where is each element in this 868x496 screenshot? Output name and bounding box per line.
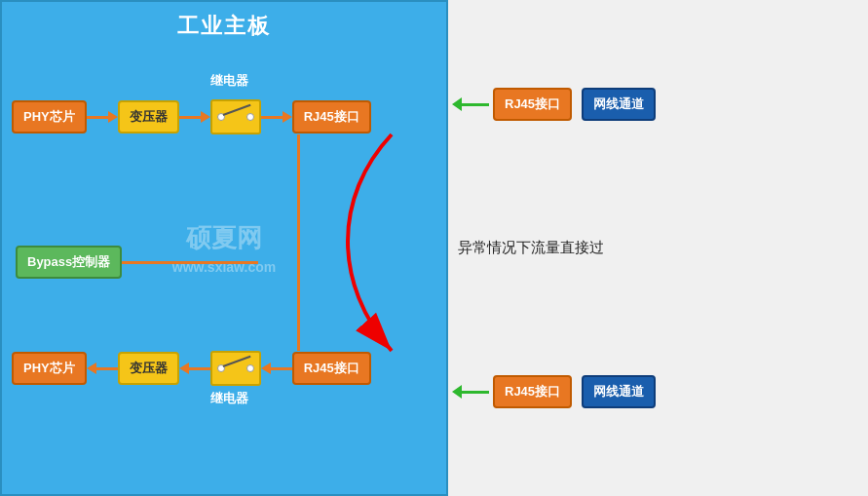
top-phy-chip: PHY芯片 (12, 100, 87, 134)
top-row: PHY芯片 变压器 继电器 RJ45接口 (12, 99, 371, 134)
top-transformer: 变压器 (118, 100, 179, 134)
bottom-rj45-inner: RJ45接口 (292, 352, 371, 385)
wire-transformer-relay-bot (189, 367, 210, 370)
arrow-right-top2 (201, 111, 210, 123)
bypass-curve-path (348, 134, 392, 351)
top-relay-label: 继电器 (210, 72, 248, 90)
arrow-left-bot2 (179, 362, 189, 374)
bottom-transformer: 变压器 (118, 352, 179, 385)
arrow-left-bot3 (261, 362, 271, 374)
industrial-board: 工业主板 硕夏网 www.sxiaw.com PHY芯片 变压器 继电器 (0, 0, 448, 496)
top-rj45-inner: RJ45接口 (292, 100, 371, 134)
wire-phy-transformer-bot (96, 367, 118, 370)
top-relay-container: 继电器 (210, 99, 261, 134)
relay-dot-right-bot (246, 364, 254, 372)
green-arrow-bottom (452, 385, 489, 399)
wire-phy-transformer-top (87, 116, 108, 119)
right-cable-bottom: 网线通道 (582, 375, 656, 408)
main-container: 工业主板 硕夏网 www.sxiaw.com PHY芯片 变压器 继电器 (0, 0, 868, 496)
right-cable-top: 网线通道 (582, 88, 656, 121)
arrow-left-bot1 (87, 362, 96, 374)
annotation-text: 异常情况下流量直接过 (458, 239, 604, 255)
arrow-right-top1 (108, 111, 118, 123)
green-arrowhead-bottom (452, 385, 462, 399)
bottom-relay-container: 继电器 (210, 351, 261, 386)
annotation-area: 异常情况下流量直接过 (448, 239, 868, 257)
right-bottom-row: RJ45接口 网线通道 (448, 375, 868, 408)
bottom-phy-chip: PHY芯片 (12, 352, 87, 385)
right-rj45-outer-bottom: RJ45接口 (493, 375, 572, 408)
green-arrowline-bottom (462, 391, 489, 394)
green-arrow-top (452, 97, 489, 111)
wire-transformer-relay-top (179, 116, 201, 119)
bypass-row: Bypass控制器 (16, 246, 258, 279)
vertical-wire-center (297, 134, 300, 351)
green-arrowline-top (462, 103, 489, 106)
wire-relay-rj45-top (261, 116, 283, 119)
wire-bypass-center (122, 261, 258, 264)
green-arrowhead-top (452, 97, 462, 111)
arrow-right-top3 (283, 111, 292, 123)
top-relay (210, 99, 261, 134)
bottom-relay (210, 351, 261, 386)
wire-relay-rj45-bot (271, 367, 292, 370)
relay-dot-right-top (246, 113, 254, 121)
board-title: 工业主板 (2, 2, 446, 41)
right-top-row: RJ45接口 网线通道 (448, 88, 868, 121)
bypass-controller: Bypass控制器 (16, 246, 122, 279)
bottom-relay-label: 继电器 (210, 390, 248, 407)
bottom-row: PHY芯片 变压器 继电器 RJ45接口 (12, 351, 371, 386)
right-rj45-outer-top: RJ45接口 (493, 88, 572, 121)
right-panel: RJ45接口 网线通道 异常情况下流量直接过 RJ45接口 网线通道 (448, 0, 868, 496)
